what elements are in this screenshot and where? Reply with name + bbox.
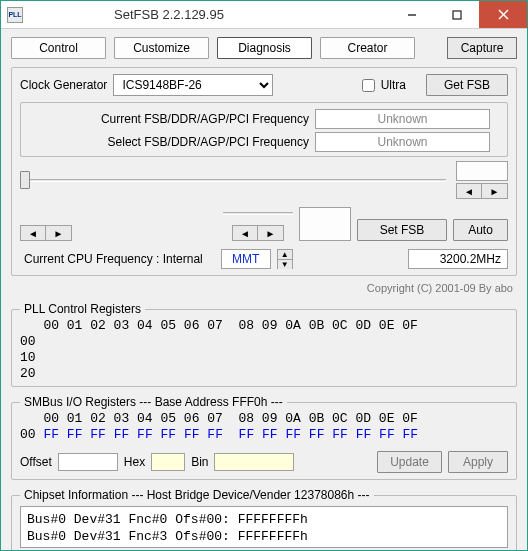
main-right-button[interactable]: ► (46, 225, 72, 241)
fine-left-button[interactable]: ◄ (232, 225, 258, 241)
ultra-checkbox[interactable] (362, 79, 375, 92)
main-left-button[interactable]: ◄ (20, 225, 46, 241)
tab-control[interactable]: Control (11, 37, 106, 59)
main-lr-buttons: ◄ ► (20, 225, 72, 241)
current-freq-label: Current FSB/DDR/AGP/PCI Frequency (29, 112, 309, 126)
capture-button[interactable]: Capture (447, 37, 517, 59)
offset-label: Offset (20, 455, 52, 469)
app-window: PLL SetFSB 2.2.129.95 Control Customize … (0, 0, 528, 551)
fine-value (299, 207, 351, 241)
pll-header: 00 01 02 03 04 05 06 07 08 09 0A 0B 0C 0… (20, 318, 508, 334)
auto-button[interactable]: Auto (453, 219, 508, 241)
mmt-down-icon[interactable]: ▼ (278, 260, 292, 269)
slider2-right-button[interactable]: ► (482, 183, 508, 199)
copyright-text: Copyright (C) 2001-09 By abo (11, 282, 513, 294)
cpu-freq-label: Current CPU Frequency : Internal (24, 252, 203, 266)
titlebar[interactable]: PLL SetFSB 2.2.129.95 (1, 1, 527, 29)
bin-label: Bin (191, 455, 208, 469)
main-slider[interactable] (20, 170, 446, 190)
smbus-header: 00 01 02 03 04 05 06 07 08 09 0A 0B 0C 0… (20, 411, 508, 427)
maximize-button[interactable] (434, 1, 479, 28)
fine-right-button[interactable]: ► (258, 225, 284, 241)
select-freq-value: Unknown (315, 132, 490, 152)
pll-registers-group: PLL Control Registers 00 01 02 03 04 05 … (11, 302, 517, 387)
minimize-button[interactable] (389, 1, 434, 28)
fine-slider[interactable] (223, 203, 293, 223)
chipset-text: Bus#0 Dev#31 Fnc#0 Ofs#00: FFFFFFFFh Bus… (20, 506, 508, 548)
tab-diagnosis[interactable]: Diagnosis (217, 37, 312, 59)
apply-button[interactable]: Apply (448, 451, 508, 473)
mmt-spinner[interactable]: ▲ ▼ (277, 249, 293, 269)
hex-input[interactable] (151, 453, 185, 471)
tabbar: Control Customize Diagnosis Creator Capt… (11, 37, 517, 59)
svg-rect-1 (453, 11, 461, 19)
frequency-group: Current FSB/DDR/AGP/PCI Frequency Unknow… (20, 102, 508, 157)
slider2-value (456, 161, 508, 181)
pll-row-10: 10 (20, 350, 508, 366)
offset-input[interactable] (58, 453, 118, 471)
pll-title: PLL Control Registers (20, 302, 145, 316)
slider2-lr-buttons: ◄ ► (456, 183, 508, 199)
fine-lr-buttons: ◄ ► (232, 225, 284, 241)
tab-creator[interactable]: Creator (320, 37, 415, 59)
mmt-field[interactable]: MMT (221, 249, 271, 269)
clockgen-label: Clock Generator (20, 78, 107, 92)
window-title: SetFSB 2.2.129.95 (0, 7, 389, 22)
smbus-row-00: 00 FF FF FF FF FF FF FF FF FF FF FF FF F… (20, 427, 508, 443)
chipset-line-0: Bus#0 Dev#31 Fnc#0 Ofs#00: FFFFFFFFh (27, 511, 501, 528)
hex-label: Hex (124, 455, 145, 469)
pll-row-20: 20 (20, 366, 508, 382)
clockgen-group: Clock Generator ICS9148BF-26 Ultra Get F… (11, 67, 517, 276)
mmt-up-icon[interactable]: ▲ (278, 250, 292, 260)
current-freq-value: Unknown (315, 109, 490, 129)
pll-row-00: 00 (20, 334, 508, 350)
ultra-label: Ultra (381, 78, 406, 92)
bin-input[interactable] (214, 453, 294, 471)
close-button[interactable] (479, 1, 527, 28)
chipset-line-1: Bus#0 Dev#31 Fnc#3 Ofs#00: FFFFFFFFh (27, 528, 501, 545)
clockgen-select[interactable]: ICS9148BF-26 (113, 74, 273, 96)
chipset-title: Chipset Information --- Host Bridge Devi… (20, 488, 374, 502)
getfsb-button[interactable]: Get FSB (426, 74, 508, 96)
slider2-left-button[interactable]: ◄ (456, 183, 482, 199)
setfsb-button[interactable]: Set FSB (357, 219, 447, 241)
update-button[interactable]: Update (377, 451, 442, 473)
tab-customize[interactable]: Customize (114, 37, 209, 59)
smbus-title: SMBus I/O Registers --- Base Address FFF… (20, 395, 287, 409)
cpu-freq-value: 3200.2MHz (408, 249, 508, 269)
select-freq-label: Select FSB/DDR/AGP/PCI Frequency (29, 135, 309, 149)
smbus-registers-group: SMBus I/O Registers --- Base Address FFF… (11, 395, 517, 480)
chipset-info-group: Chipset Information --- Host Bridge Devi… (11, 488, 517, 550)
